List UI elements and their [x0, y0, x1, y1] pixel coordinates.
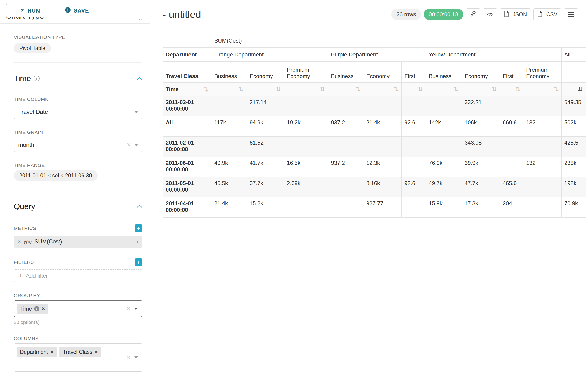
- columns-chip-department[interactable]: Department ×: [17, 347, 57, 357]
- pivot-cell: [284, 197, 328, 218]
- group-by-chip-time[interactable]: Time i ×: [17, 304, 48, 314]
- travel-class-header: Premium Economy: [284, 62, 328, 83]
- pivot-cell: [364, 137, 402, 157]
- metric-header: SUM(Cost): [211, 34, 586, 48]
- export-json-button[interactable]: .JSON: [500, 8, 531, 21]
- sort-cell: ⇊: [561, 83, 586, 96]
- time-column-select[interactable]: Travel Date: [14, 105, 142, 119]
- sort-icon[interactable]: ⇅: [418, 85, 423, 93]
- sidebar-body: VISUALIZATION TYPE Pivot Table Time i TI…: [0, 24, 150, 372]
- time-grain-label: TIME GRAIN: [14, 129, 142, 135]
- pivot-cell: 21.4k: [364, 117, 402, 137]
- row-count-badge: 26 rows: [391, 9, 421, 20]
- group-by-select[interactable]: Time i × ×: [14, 300, 142, 317]
- time-section-title: Time: [14, 73, 31, 84]
- chevron-down-icon[interactable]: [134, 356, 138, 359]
- plus-circle-icon: [65, 7, 71, 14]
- chip-label: Travel Class: [63, 349, 92, 355]
- chevron-up-icon[interactable]: [136, 204, 142, 208]
- time-range-value[interactable]: 2011-01-01 ≤ col < 2011-06-30: [14, 170, 98, 181]
- add-filter-button[interactable]: +: [135, 258, 142, 266]
- pivot-cell: 549.35: [561, 96, 586, 117]
- pivot-cell: 70.9k: [561, 197, 586, 218]
- pivot-cell: [426, 137, 462, 157]
- sort-icon[interactable]: ⇅: [492, 85, 497, 93]
- sort-icon[interactable]: ⇅: [393, 85, 399, 93]
- columns-label: COLUMNS: [14, 336, 142, 341]
- copy-link-button[interactable]: [466, 8, 480, 21]
- pivot-cell: 19.2k: [284, 117, 328, 137]
- clear-icon[interactable]: ×: [127, 354, 131, 361]
- chevron-right-icon[interactable]: ›: [136, 238, 139, 245]
- lightning-icon: [20, 7, 25, 15]
- pivot-cell: [500, 96, 523, 117]
- pivot-cell: 49.7k: [426, 177, 462, 197]
- plus-icon: +: [19, 273, 22, 279]
- export-csv-button[interactable]: .CSV: [533, 8, 561, 21]
- department-header-row: Department Orange Department Purple Depa…: [163, 48, 586, 62]
- pivot-cell: 94.9k: [247, 117, 284, 137]
- run-button[interactable]: RUN: [6, 4, 53, 17]
- pivot-table: SUM(Cost) Department Orange Department P…: [163, 34, 586, 218]
- travel-class-corner: Travel Class: [163, 62, 211, 83]
- remove-chip-icon[interactable]: ×: [42, 306, 45, 312]
- pivot-cell: 343.98: [462, 137, 500, 157]
- sort-icon[interactable]: ⇅: [203, 86, 209, 93]
- file-icon: [504, 11, 509, 18]
- run-save-bar: RUN SAVE: [0, 0, 150, 17]
- sort-icon[interactable]: ⇅: [276, 85, 281, 93]
- chevron-down-icon[interactable]: [134, 111, 138, 113]
- visualization-type-value[interactable]: Pivot Table: [14, 43, 51, 53]
- remove-chip-icon[interactable]: ×: [50, 349, 53, 355]
- hamburger-icon: [568, 14, 574, 15]
- pivot-cell: 502k: [561, 117, 586, 137]
- clear-icon[interactable]: ×: [127, 142, 131, 148]
- visualization-type-control: VISUALIZATION TYPE Pivot Table: [14, 24, 142, 53]
- add-metric-button[interactable]: +: [135, 224, 142, 232]
- query-section-header: Query: [14, 201, 142, 211]
- pivot-cell: [364, 96, 402, 117]
- add-filter-dropzone[interactable]: + Add filter: [14, 269, 142, 282]
- query-section: Query METRICS + × ƒ(x) SUM(Cost) ›: [14, 190, 142, 372]
- sort-cell: ⇅: [426, 83, 462, 96]
- save-button[interactable]: SAVE: [53, 4, 100, 17]
- chart-header-actions: 26 rows 00:00:00.18 </>: [391, 8, 578, 21]
- view-query-button[interactable]: </>: [483, 8, 497, 21]
- sort-cell: ⇅: [500, 83, 523, 96]
- code-icon: </>: [487, 12, 493, 17]
- menu-button[interactable]: [564, 8, 578, 21]
- pivot-cell: [328, 177, 364, 197]
- chart-title[interactable]: - untitled: [163, 9, 201, 20]
- travel-class-header: First: [500, 62, 523, 83]
- sort-icon[interactable]: ⇅: [553, 85, 558, 93]
- chevron-down-icon[interactable]: [134, 144, 138, 146]
- columns-chip-travel-class[interactable]: Travel Class ×: [60, 347, 101, 357]
- chevron-down-icon[interactable]: [134, 308, 138, 310]
- pivot-cell: [402, 96, 426, 117]
- pivot-cell: 238k: [561, 157, 586, 177]
- pivot-cell: [328, 96, 364, 117]
- pivot-cell: 92.6: [402, 177, 426, 197]
- sort-icon[interactable]: ⇅: [239, 85, 244, 93]
- clear-icon[interactable]: ×: [127, 306, 130, 312]
- pivot-cell: 81.52: [247, 137, 284, 157]
- sort-icon[interactable]: ⇅: [515, 85, 520, 93]
- export-csv-label: .CSV: [545, 11, 557, 18]
- time-grain-select[interactable]: month ×: [14, 138, 142, 152]
- link-icon: [470, 11, 476, 18]
- pivot-cell: [500, 157, 523, 177]
- sort-icon[interactable]: ⇅: [355, 85, 360, 93]
- time-column-control: TIME COLUMN Travel Date: [14, 96, 142, 119]
- sort-cell: ⇅: [402, 83, 426, 96]
- table-row: 2011-02-01 00:00:00 81.52 343.98 425.5: [163, 137, 586, 157]
- sort-active-icon[interactable]: ⇊: [578, 85, 583, 93]
- columns-select[interactable]: Department × Travel Class × ×: [14, 343, 142, 372]
- pivot-cell: 2.69k: [284, 177, 328, 197]
- time-corner: Time ⇅: [163, 83, 211, 96]
- chevron-up-icon[interactable]: [136, 76, 142, 80]
- remove-metric-icon[interactable]: ×: [17, 238, 21, 245]
- sort-icon[interactable]: ⇅: [453, 85, 459, 93]
- remove-chip-icon[interactable]: ×: [94, 349, 98, 355]
- metric-chip[interactable]: × ƒ(x) SUM(Cost) ›: [14, 235, 142, 248]
- sort-icon[interactable]: ⇅: [320, 85, 325, 93]
